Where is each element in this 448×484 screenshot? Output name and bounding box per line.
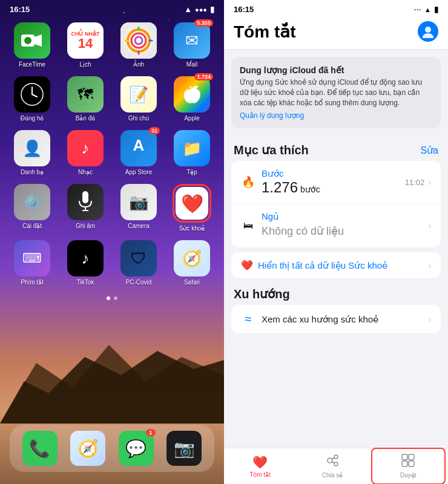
status-bar-left: 16:15 ▲ ●●● ▮ (0, 0, 224, 16)
mail-icon: ✉ 5.355 (174, 22, 210, 59)
dock-messages[interactable]: 💬 1 (119, 431, 154, 466)
svg-line-27 (332, 462, 335, 463)
app-caidat[interactable]: ⚙️ Cài đặt (10, 184, 54, 232)
caidat-icon: ⚙️ (14, 184, 50, 220)
svg-text:A: A (133, 137, 145, 154)
bottom-nav: ❤️ Tóm tắt Chia sẻ (224, 448, 448, 484)
health-header: Tóm tắt (224, 16, 448, 50)
icloud-warning: Dung lượng iCloud đã hết Ứng dụng Sức kh… (231, 57, 441, 128)
app-tep[interactable]: 📁 Tệp (170, 130, 214, 175)
app-dongho[interactable]: Đồng hồ (10, 76, 54, 122)
trends-header: Xu hướng (224, 280, 448, 305)
app-danhba[interactable]: 👤 Danh bạ (10, 130, 54, 175)
profile-icon[interactable] (418, 21, 438, 42)
favorites-title: Mục ưa thích (234, 143, 309, 157)
icloud-title: Dung lượng iCloud đã hết (240, 65, 432, 75)
app-appstore[interactable]: A 31 App Store (116, 130, 161, 175)
show-all-row[interactable]: ❤️ Hiển thị tất cả dữ liệu Sức khoẻ › (231, 252, 441, 278)
buoc-title: Bước (262, 168, 405, 179)
app-mail[interactable]: ✉ 5.355 Mail (170, 22, 214, 68)
icloud-link[interactable]: Quản lý dung lượng (240, 111, 432, 120)
wifi-icon-left: ▲ (184, 5, 192, 14)
buoc-chevron: › (428, 177, 431, 187)
svg-point-24 (334, 455, 338, 459)
ngu-content: Ngủ Không có dữ liệu (262, 211, 428, 240)
suckhoe-label: Sức khoẻ (179, 225, 205, 232)
buoc-row[interactable]: 🔥 Bước 1.276 bước 11:02 › (231, 161, 441, 204)
anh-label: Ảnh (133, 61, 144, 68)
dock: 📞 🧭 💬 1 📷 (10, 425, 214, 472)
nav-chiase[interactable]: Chia sẻ (296, 449, 368, 483)
nav-tomtat[interactable]: ❤️ Tóm tắt (224, 450, 296, 483)
svg-line-26 (332, 458, 335, 460)
trends-card: ≈ Xem các xu hướng sức khoẻ › (231, 305, 441, 333)
app-bando[interactable]: 🗺 Bản đồ (63, 76, 108, 122)
trends-title: Xu hướng (234, 287, 290, 301)
svg-rect-30 (402, 461, 407, 466)
svg-rect-31 (409, 461, 414, 466)
icloud-text: Ứng dụng Sức khoẻ sử dụng iCloud để tự đ… (240, 77, 432, 108)
tiktok-label: TikTok (77, 279, 94, 286)
app-nhac[interactable]: ♪ Nhạc (63, 130, 108, 175)
app-phimtat[interactable]: ⌨ Phím tắt (10, 240, 54, 286)
ghiam-label: Ghi âm (76, 223, 95, 229)
app-camera[interactable]: 📷 Camera (116, 184, 161, 232)
bando-label: Bản đồ (76, 115, 96, 122)
app-ghiam[interactable]: Ghi âm (63, 184, 108, 232)
trends-row[interactable]: ≈ Xem các xu hướng sức khoẻ › (231, 305, 441, 333)
dock-camera[interactable]: 📷 (166, 431, 202, 466)
camera-label: Camera (128, 223, 150, 229)
tiktok-icon: ♪ (67, 240, 104, 276)
trends-chevron: › (428, 315, 431, 324)
app-anh[interactable]: Ảnh (116, 22, 161, 68)
pccovid-label: PC-Covid (126, 279, 152, 286)
danhba-icon: 👤 (14, 130, 50, 166)
apple-badge: 1.724 (194, 73, 213, 80)
phone-right: 16:15 ··· ▲ ▮ Tóm tắt Dung lượng iCloud … (224, 0, 448, 484)
app-lich[interactable]: CHỦ NHẬT 14 Lịch (63, 22, 108, 68)
nav-chiase-label: Chia sẻ (322, 472, 343, 479)
app-tiktok[interactable]: ♪ TikTok (63, 240, 108, 286)
dongho-label: Đồng hồ (21, 115, 44, 122)
svg-marker-2 (35, 34, 42, 47)
app-apple[interactable]: 🍎 1.724 Apple (170, 76, 214, 122)
nhac-icon: ♪ (67, 130, 104, 166)
app-suckhoe[interactable]: ❤️ Sức khoẻ (170, 184, 214, 232)
dot-2 (114, 296, 117, 300)
ngu-nodata: Không có dữ liệu (262, 222, 428, 240)
time-right: 16:15 (234, 5, 254, 14)
signal-right: ··· (414, 6, 421, 13)
svg-rect-28 (402, 454, 407, 460)
phimtat-icon: ⌨ (14, 240, 50, 276)
app-facetime[interactable]: FaceTime (10, 22, 54, 68)
ghichu-label: Ghi chú (128, 115, 149, 122)
status-icons-right: ··· ▲ ▮ (414, 5, 438, 14)
nav-heart-icon: ❤️ (252, 455, 268, 469)
mail-badge: 5.355 (194, 19, 213, 27)
tep-icon: 📁 (174, 130, 210, 166)
buoc-time: 11:02 (405, 178, 425, 187)
svg-rect-16 (82, 191, 88, 203)
app-safari[interactable]: 🧭 Safari (170, 240, 214, 286)
dot-1 (107, 296, 110, 300)
trends-label: Xem các xu hướng sức khoẻ (262, 314, 428, 325)
lich-label: Lịch (79, 61, 91, 68)
messages-badge: 1 (146, 429, 156, 436)
app-pccovid[interactable]: 🛡 PC-Covid (116, 240, 161, 286)
nav-duyet[interactable]: Duyệt (371, 448, 446, 484)
show-all-chevron: › (428, 261, 431, 270)
ghichu-icon: 📝 (120, 76, 157, 113)
favorites-action[interactable]: Sửa (420, 145, 438, 156)
svg-line-14 (32, 94, 37, 97)
dock-phone[interactable]: 📞 (22, 431, 58, 466)
time-left: 16:15 (10, 5, 30, 14)
apple-label: Apple (184, 115, 200, 122)
battery-right: ▮ (434, 5, 438, 14)
wifi-right: ▲ (424, 6, 431, 13)
bando-icon: 🗺 (67, 76, 104, 113)
show-all-card: ❤️ Hiển thị tất cả dữ liệu Sức khoẻ › (231, 252, 441, 278)
app-ghichu[interactable]: 📝 Ghi chú (116, 76, 161, 122)
dock-safari[interactable]: 🧭 (70, 431, 105, 466)
mail-label: Mail (186, 61, 197, 68)
ngu-row[interactable]: 🛏 Ngủ Không có dữ liệu › (231, 204, 441, 247)
